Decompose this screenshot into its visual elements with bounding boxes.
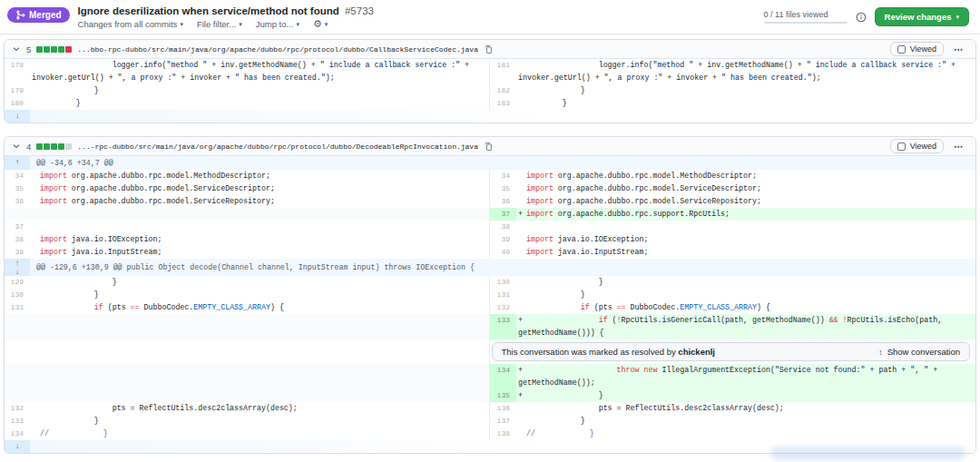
file-menu-button[interactable]: ⋯ <box>949 44 968 54</box>
line-number[interactable]: 40 <box>489 246 516 259</box>
resolved-text: This conversation was marked as resolved… <box>502 347 716 357</box>
diff-sign <box>32 182 40 195</box>
code-line: import org.apache.dubbo.rpc.model.Servic… <box>516 182 975 195</box>
line-number[interactable]: 34 <box>5 170 30 182</box>
code-line <box>30 221 489 233</box>
line-number[interactable]: 37 <box>489 208 516 221</box>
line-number[interactable]: 180 <box>5 97 30 110</box>
line-number <box>5 314 30 339</box>
code-line <box>30 364 489 389</box>
diff-sign <box>518 221 526 233</box>
diff-sign: + <box>518 208 526 221</box>
expand-diff-button[interactable]: ↓ <box>5 110 30 123</box>
fold-up-icon[interactable]: ↑ <box>5 156 30 169</box>
line-number[interactable]: 131 <box>5 301 30 314</box>
diff-sign <box>32 97 40 110</box>
viewed-toggle-button[interactable]: Viewed <box>890 42 944 56</box>
diff-row: 135+ } <box>5 389 975 402</box>
expand-hunk-button[interactable]: ↑ <box>5 156 30 170</box>
info-icon[interactable] <box>856 12 867 23</box>
line-number[interactable]: 39 <box>489 233 516 246</box>
line-number[interactable]: 178 <box>5 59 30 84</box>
file-menu-button[interactable]: ⋯ <box>949 142 968 152</box>
line-number[interactable]: 133 <box>5 415 30 428</box>
code-line: import org.apache.dubbo.rpc.model.Servic… <box>30 182 489 195</box>
diff-row: 134+ throw new IllegalArgumentException(… <box>5 364 975 389</box>
expand-hunk-button[interactable]: ↑↓ <box>5 259 30 276</box>
diffstat-square <box>36 46 43 53</box>
line-number[interactable]: 39 <box>5 246 30 259</box>
viewed-checkbox[interactable] <box>897 45 906 54</box>
file-filter-dropdown[interactable]: File filter...▾ <box>197 19 242 29</box>
collapse-file-button[interactable] <box>12 142 21 151</box>
fold-down-icon[interactable]: ↓ <box>5 268 30 277</box>
code-line: import java.io.InputStream; <box>516 246 975 259</box>
commits-dropdown-label: Changes from all commits <box>78 19 178 29</box>
line-number[interactable]: 36 <box>5 195 30 208</box>
file-path: ...bbo-rpc-dubbo/src/main/java/org/apach… <box>77 45 478 54</box>
code-line: + } <box>516 389 975 402</box>
diff-settings-dropdown[interactable]: ⚙▾ <box>313 19 328 29</box>
diff-row: 179 }182 } <box>5 84 975 97</box>
line-number[interactable]: 181 <box>489 59 516 84</box>
line-number[interactable]: 136 <box>489 402 516 415</box>
line-number[interactable]: 38 <box>489 221 516 233</box>
viewed-checkbox[interactable] <box>897 143 906 151</box>
diff-row: 129 }130 } <box>5 276 975 289</box>
file-header: 5...bbo-rpc-dubbo/src/main/java/org/apac… <box>5 40 975 59</box>
review-changes-button[interactable]: Review changes▾ <box>875 7 969 26</box>
line-number[interactable]: 134 <box>489 364 516 389</box>
show-conversation-label: Show conversation <box>887 347 960 357</box>
line-number[interactable]: 35 <box>5 182 30 195</box>
line-number[interactable]: 36 <box>489 195 516 208</box>
commits-dropdown[interactable]: Changes from all commits▾ <box>78 19 183 29</box>
merged-badge: Merged <box>7 7 70 23</box>
files-viewed-counter: 0 / 11 files viewed <box>764 10 848 24</box>
hunk-header: @@ -34,6 +34,7 @@ <box>30 156 975 170</box>
line-number[interactable]: 137 <box>489 415 516 428</box>
line-number[interactable]: 133 <box>489 314 516 339</box>
diffstat-square <box>58 46 64 53</box>
code-line: import org.apache.dubbo.rpc.model.Servic… <box>516 195 975 208</box>
line-number[interactable]: 34 <box>489 170 516 182</box>
expand-diff-button[interactable]: ↓ <box>5 440 30 453</box>
line-number[interactable]: 134 <box>5 428 30 440</box>
diff-sign <box>32 246 40 259</box>
code-line: pts = ReflectUtils.desc2classArray(desc)… <box>516 402 975 415</box>
line-number[interactable]: 129 <box>5 276 30 289</box>
code-line: } <box>30 97 489 110</box>
diffstat-square <box>44 46 50 53</box>
line-number <box>5 364 30 389</box>
code-line: } <box>516 276 975 289</box>
line-number[interactable]: 130 <box>5 289 30 301</box>
copy-path-icon[interactable] <box>484 44 493 54</box>
viewed-toggle-button[interactable]: Viewed <box>890 139 944 153</box>
line-number[interactable]: 135 <box>489 389 516 402</box>
collapse-file-button[interactable] <box>12 44 21 54</box>
line-number[interactable]: 130 <box>489 276 516 289</box>
line-number[interactable]: 182 <box>489 84 516 97</box>
fold-up-icon[interactable]: ↑ <box>5 259 30 268</box>
line-number <box>5 208 30 221</box>
line-number[interactable]: 37 <box>5 221 30 233</box>
jump-to-dropdown[interactable]: Jump to...▾ <box>256 19 299 29</box>
diff-sign <box>518 195 526 208</box>
line-number[interactable]: 38 <box>5 233 30 246</box>
show-conversation-button[interactable]: ↕Show conversation <box>878 347 960 357</box>
diff-sign <box>518 289 526 301</box>
line-number[interactable]: 183 <box>489 97 516 110</box>
diff-sign <box>518 97 526 110</box>
line-number[interactable]: 138 <box>489 428 516 440</box>
line-number[interactable]: 132 <box>5 402 30 415</box>
line-number[interactable]: 179 <box>5 84 30 97</box>
diff-sign <box>518 246 526 259</box>
changes-count: 5 <box>26 44 31 54</box>
diff-row: 38 import java.io.IOException;39 import … <box>5 233 975 246</box>
diff-sign <box>32 415 40 428</box>
line-number[interactable]: 131 <box>489 289 516 301</box>
copy-path-icon[interactable] <box>484 142 493 152</box>
line-number[interactable]: 132 <box>489 301 516 314</box>
resolver-username[interactable]: chickenlj <box>678 347 715 357</box>
line-number[interactable]: 35 <box>489 182 516 195</box>
code-line <box>30 389 489 402</box>
